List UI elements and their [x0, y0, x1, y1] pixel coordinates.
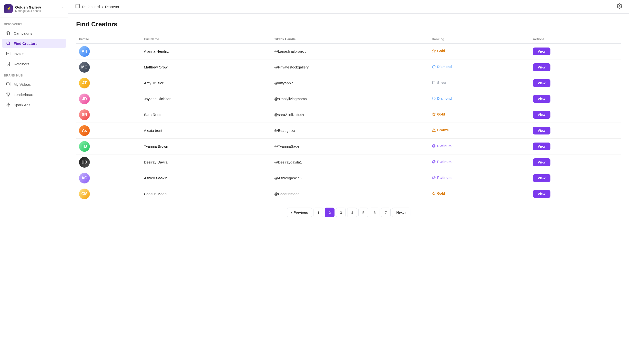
next-arrow: ›	[405, 210, 407, 214]
app-logo-icon: 🏛	[4, 4, 13, 13]
svg-point-15	[432, 145, 435, 147]
tiktok-handle: @Lanasfinalproject	[274, 49, 306, 53]
tiktok-handle: @TyanniaSade_	[274, 144, 301, 148]
view-button[interactable]: View	[533, 63, 550, 71]
svg-rect-3	[6, 83, 9, 85]
breadcrumb-dashboard[interactable]: Dashboard	[82, 5, 100, 9]
avatar: JD	[79, 93, 90, 104]
view-button[interactable]: View	[533, 174, 550, 182]
sidebar-item-my-videos[interactable]: My Videos	[2, 80, 66, 89]
sidebar-collapse-icon[interactable]: ⌃	[61, 7, 64, 11]
svg-point-1	[6, 42, 9, 45]
creator-full-name: Ashley Gaskin	[144, 176, 167, 180]
svg-point-16	[433, 145, 435, 147]
tiktok-handle: @Beaugirlxx	[274, 128, 295, 133]
col-ranking: Ranking	[429, 35, 530, 44]
table-row: DD Desiray Davila @Desiraydavila1 Platin…	[76, 155, 621, 170]
page-content: Find Creators Profile Full Name TikTok H…	[68, 14, 629, 364]
video-icon	[6, 82, 11, 87]
spark-ads-label: Spark Ads	[14, 103, 30, 107]
tiktok-handle: @sara21elizabeth	[274, 112, 304, 117]
svg-point-10	[432, 65, 435, 68]
view-button[interactable]: View	[533, 158, 550, 166]
app-name: Golden Gallery	[15, 5, 41, 9]
page-button-1[interactable]: 1	[314, 208, 323, 217]
creators-table: Profile Full Name TikTok Handle Ranking …	[76, 35, 621, 202]
main-content: Dashboard › Discover Find Creators Profi…	[68, 0, 629, 364]
avatar: TB	[79, 141, 90, 152]
rank-icon	[432, 112, 436, 116]
page-button-3[interactable]: 3	[336, 208, 346, 217]
view-button[interactable]: View	[533, 95, 550, 103]
tiktok-handle: @Privatestockgallery	[274, 65, 309, 69]
table-row: SR Sara Reott @sara21elizabeth Gold View	[76, 107, 621, 123]
settings-icon[interactable]	[617, 3, 622, 10]
avatar: AG	[79, 173, 90, 183]
ranking-badge: Diamond	[432, 65, 452, 69]
avatar: AT	[79, 78, 90, 89]
avatar: CM	[79, 188, 90, 199]
sidebar-item-campaigns[interactable]: Campaigns	[2, 28, 66, 38]
creator-full-name: Amy Trusler	[144, 81, 163, 85]
sidebar-logo: 🏛 Golden Gallery Manage your shops	[4, 4, 41, 13]
zap-icon	[6, 102, 11, 107]
avatar: MO	[79, 62, 90, 73]
view-button[interactable]: View	[533, 143, 550, 150]
creator-full-name: Alanna Hendrix	[144, 49, 169, 53]
sidebar-item-spark-ads[interactable]: Spark Ads	[2, 100, 66, 109]
breadcrumb-current: Discover	[105, 5, 119, 9]
page-button-4[interactable]: 4	[347, 208, 357, 217]
page-button-5[interactable]: 5	[358, 208, 368, 217]
pagination: ‹ Previous 1234567 Next ›	[76, 202, 621, 219]
svg-marker-13	[432, 112, 435, 116]
view-button[interactable]: View	[533, 48, 550, 55]
campaigns-label: Campaigns	[14, 31, 32, 35]
avatar: Ax	[79, 125, 90, 136]
page-number-buttons: 1234567	[314, 208, 391, 217]
mail-icon	[6, 51, 11, 56]
rank-icon	[432, 49, 436, 53]
tiktok-handle: @Ashleygaskin6	[274, 176, 302, 180]
avatar: DD	[79, 157, 90, 168]
ranking-badge: Gold	[432, 49, 445, 53]
view-button[interactable]: View	[533, 127, 550, 134]
svg-marker-21	[432, 192, 435, 195]
ranking-badge: Bronze	[432, 128, 449, 132]
invites-label: Invites	[14, 52, 24, 56]
breadcrumb-separator: ›	[102, 5, 103, 9]
table-row: AH Alanna Hendrix @Lanasfinalproject Gol…	[76, 44, 621, 59]
rank-icon	[432, 128, 436, 132]
sidebar-item-find-creators[interactable]: Find Creators	[2, 39, 66, 48]
tiktok-handle: @Desiraydavila1	[274, 160, 302, 164]
prev-button[interactable]: ‹ Previous	[287, 208, 312, 217]
page-button-7[interactable]: 7	[381, 208, 391, 217]
tiktok-handle: @niftyapple	[274, 81, 294, 85]
view-button[interactable]: View	[533, 111, 550, 119]
sidebar-item-retainers[interactable]: Retainers	[2, 59, 66, 69]
app-subtitle: Manage your shops	[15, 9, 41, 13]
rank-icon	[432, 96, 436, 100]
table-row: Ax Alexia trent @Beaugirlxx Bronze View	[76, 123, 621, 139]
creator-full-name: Matthew Orow	[144, 65, 168, 69]
brand-hub-section-label: Brand Hub	[0, 69, 68, 79]
col-tiktok-handle: TikTok Handle	[271, 35, 429, 44]
page-button-2[interactable]: 2	[325, 208, 334, 217]
table-row: MO Matthew Orow @Privatestockgallery Dia…	[76, 59, 621, 75]
panel-toggle-icon[interactable]	[75, 4, 80, 10]
ranking-badge: Platinum	[432, 144, 452, 148]
table-row: TB Tyannia Brown @TyanniaSade_ Platinum …	[76, 139, 621, 155]
search-icon	[6, 41, 11, 46]
page-button-6[interactable]: 6	[370, 208, 379, 217]
next-button[interactable]: Next ›	[392, 208, 410, 217]
avatar: AH	[79, 46, 90, 57]
view-button[interactable]: View	[533, 79, 550, 87]
creator-full-name: Chastin Moon	[144, 192, 167, 196]
prev-arrow: ‹	[291, 210, 292, 214]
rank-icon	[432, 160, 436, 164]
sidebar-item-invites[interactable]: Invites	[2, 49, 66, 58]
table-row: AT Amy Trusler @niftyapple Silver View	[76, 75, 621, 91]
topbar-actions	[617, 3, 622, 10]
view-button[interactable]: View	[533, 190, 550, 198]
trophy-icon	[6, 92, 11, 97]
sidebar-item-leaderboard[interactable]: Leaderboard	[2, 90, 66, 99]
